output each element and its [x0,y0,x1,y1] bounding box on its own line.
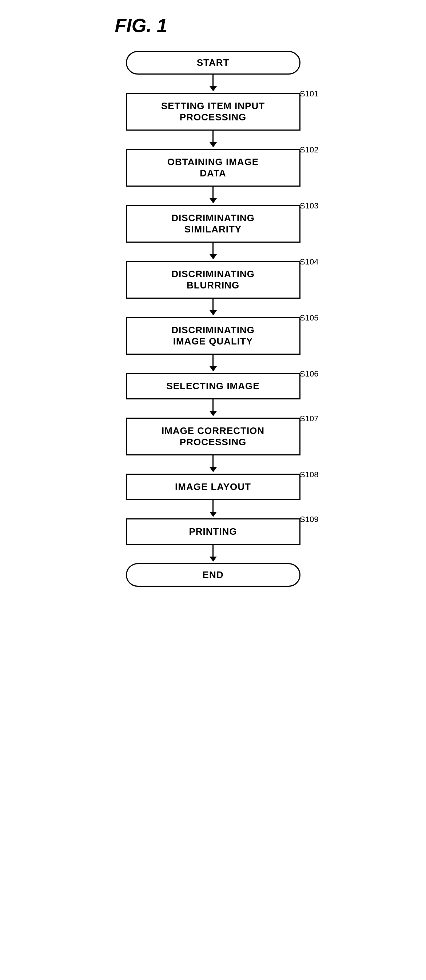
s105-row: DISCRIMINATING IMAGE QUALITY S105 [86,317,340,355]
arrow-line [213,355,213,366]
s109-row: PRINTING S109 [86,519,340,545]
start-row: START [86,51,340,75]
s101-box: SETTING ITEM INPUT PROCESSING [126,93,300,130]
connector-s101-s102 [210,130,217,149]
s107-wrapper: IMAGE CORRECTION PROCESSING S107 [86,418,340,455]
s103-wrapper: DISCRIMINATING SIMILARITY S103 [86,205,340,243]
arrowhead [210,366,217,371]
end-node-wrapper: END [86,563,340,587]
arrow-line [213,187,213,198]
arrow-line [213,545,213,557]
connector-s104-s105 [210,299,217,317]
s109-wrapper: PRINTING S109 [86,519,340,545]
connector-s106-s107 [210,399,217,418]
s104-box: DISCRIMINATING BLURRING [126,261,300,299]
s101-label: S101 [300,89,318,99]
s101-row: SETTING ITEM INPUT PROCESSING S101 [86,93,340,130]
arrow-line [213,130,213,142]
s102-wrapper: OBTAINING IMAGE DATA S102 [86,149,340,187]
connector-s102-s103 [210,187,217,205]
s105-box: DISCRIMINATING IMAGE QUALITY [126,317,300,355]
s106-row: SELECTING IMAGE S106 [86,373,340,399]
s102-label: S102 [300,145,318,154]
figure-title: FIG. 1 [115,14,167,37]
s108-wrapper: IMAGE LAYOUT S108 [86,474,340,500]
arrow-line [213,75,213,86]
arrowhead [210,142,217,147]
start-node-wrapper: START [86,51,340,75]
end-node: END [126,563,300,587]
connector-s107-s108 [210,455,217,474]
arrow-line [213,399,213,411]
s102-box: OBTAINING IMAGE DATA [126,149,300,187]
arrowhead [210,467,217,472]
connector-s109-end [210,545,217,563]
s103-row: DISCRIMINATING SIMILARITY S103 [86,205,340,243]
s107-box: IMAGE CORRECTION PROCESSING [126,418,300,455]
s104-row: DISCRIMINATING BLURRING S104 [86,261,340,299]
page-container: FIG. 1 START SETTING ITEM INPUT PROCESSI… [86,14,340,587]
s109-box: PRINTING [126,519,300,545]
s104-wrapper: DISCRIMINATING BLURRING S104 [86,261,340,299]
end-row: END [86,563,340,587]
s106-box: SELECTING IMAGE [126,373,300,399]
arrowhead [210,198,217,204]
arrowhead [210,512,217,517]
arrow-line [213,243,213,254]
s106-wrapper: SELECTING IMAGE S106 [86,373,340,399]
flowchart: START SETTING ITEM INPUT PROCESSING S101… [86,51,340,587]
connector-s108-s109 [210,500,217,519]
s103-box: DISCRIMINATING SIMILARITY [126,205,300,243]
arrowhead [210,557,217,562]
s108-label: S108 [300,470,318,479]
arrow-line [213,299,213,310]
start-node: START [126,51,300,75]
arrow-line [213,455,213,467]
connector-s105-s106 [210,355,217,373]
s104-label: S104 [300,257,318,267]
connector-s103-s104 [210,243,217,261]
s102-row: OBTAINING IMAGE DATA S102 [86,149,340,187]
s105-wrapper: DISCRIMINATING IMAGE QUALITY S105 [86,317,340,355]
s109-label: S109 [300,515,318,524]
s107-label: S107 [300,414,318,423]
connector-start-s101 [210,75,217,93]
s101-wrapper: SETTING ITEM INPUT PROCESSING S101 [86,93,340,130]
s103-label: S103 [300,201,318,211]
arrow-line [213,500,213,512]
s108-box: IMAGE LAYOUT [126,474,300,500]
arrowhead [210,411,217,416]
s107-row: IMAGE CORRECTION PROCESSING S107 [86,418,340,455]
arrowhead [210,310,217,315]
s105-label: S105 [300,313,318,323]
arrowhead [210,254,217,259]
s106-label: S106 [300,369,318,379]
s108-row: IMAGE LAYOUT S108 [86,474,340,500]
arrowhead [210,86,217,91]
